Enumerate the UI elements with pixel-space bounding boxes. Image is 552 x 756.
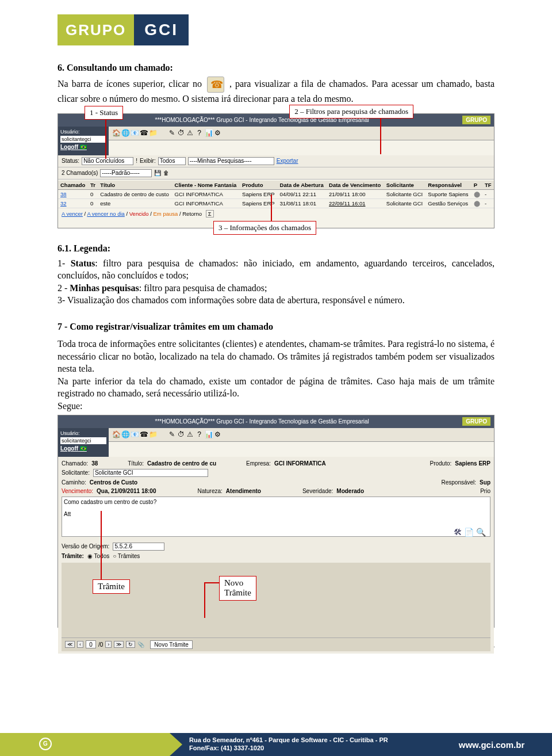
radio-tramites[interactable]: ○ Trâmites — [113, 553, 140, 559]
app-titlebar: ***HOMOLOGAÇÃO*** Grupo GCI - Integrando… — [58, 415, 494, 428]
search-icon[interactable]: 🔍 — [476, 528, 486, 537]
cell: 0 — [88, 189, 98, 198]
legenda-item3: 3- Visualização dos chamados com informa… — [57, 294, 494, 307]
page-footer: G Rua do Semeador, nº461 - Parque de Sof… — [0, 733, 552, 756]
warning-icon[interactable]: ⚠ — [186, 129, 194, 137]
solicitante-label: Solicitante: — [62, 469, 90, 476]
logoff-link[interactable]: Logoff 🇧🇷 — [60, 445, 106, 452]
cell: Solicitante GCI — [384, 198, 425, 208]
chart-icon[interactable]: 📊 — [205, 430, 212, 438]
avencer-link[interactable]: A vencer — [62, 211, 83, 217]
radio-todos[interactable]: ◉ Todos — [87, 553, 109, 559]
edit-icon[interactable]: ✎ — [168, 430, 175, 438]
home-icon[interactable]: 🏠 — [112, 129, 120, 137]
globe-icon[interactable]: 🌐 — [121, 129, 129, 137]
severidade-value: Moderado — [336, 488, 364, 494]
home-icon[interactable]: 🏠 — [112, 430, 120, 438]
warning-icon[interactable]: ⚠ — [186, 430, 194, 438]
gear-icon[interactable]: ⚙ — [214, 129, 221, 137]
app-title: ***HOMOLOGAÇÃO*** Grupo GCI - Integrando… — [62, 418, 462, 425]
help-icon[interactable]: ? — [195, 430, 203, 438]
page-input[interactable]: 0 — [86, 640, 96, 648]
next-page-button[interactable]: › — [105, 641, 112, 648]
vencido-text: Vencido — [129, 211, 149, 217]
col-chamado[interactable]: Chamado — [58, 181, 88, 190]
time-icon[interactable]: ⏱ — [177, 430, 185, 438]
table-row[interactable]: 32 0 este GCI INFORMATICA Sapiens ERP 31… — [58, 198, 494, 208]
responsavel-label: Responsável: — [442, 479, 477, 486]
avencerdia-link[interactable]: A vencer no dia — [87, 211, 125, 217]
delete-icon[interactable]: 🗑 — [163, 170, 169, 176]
last-page-button[interactable]: ≫ — [114, 641, 124, 648]
time-icon[interactable]: ⏱ — [177, 129, 185, 137]
folder-icon[interactable]: 📁 — [149, 129, 156, 137]
col-solicitante[interactable]: Solicitante — [384, 181, 425, 190]
padrao-select[interactable]: -----Padrão----- — [100, 169, 152, 177]
col-tf[interactable]: TF — [482, 181, 494, 190]
chamado-descricao[interactable]: Como cadastro um centro de custo? Att — [62, 497, 490, 537]
user-panel: Usuário: solicitantegci Logoff 🇧🇷 — [58, 127, 109, 155]
cell: 0 — [88, 198, 98, 208]
chamado-link[interactable]: 32 — [58, 198, 88, 208]
severidade-label: Severidade: — [302, 488, 333, 494]
help-icon[interactable]: ? — [195, 129, 203, 137]
empresa-label: Empresa: — [246, 460, 271, 467]
folder-icon[interactable]: 📁 — [149, 430, 156, 438]
first-page-button[interactable]: ≪ — [65, 641, 75, 648]
minhas-pesquisas-select[interactable]: ----Minhas Pesquisas---- — [188, 157, 274, 165]
col-cliente[interactable]: Cliente - Nome Fantasia — [172, 181, 240, 190]
cell: este — [98, 198, 172, 208]
mail-icon[interactable]: 📧 — [131, 129, 138, 137]
globe-icon[interactable]: 🌐 — [121, 430, 129, 438]
tool-icon[interactable]: 🛠 — [454, 528, 462, 537]
phone-icon[interactable]: ☎ — [140, 430, 147, 438]
table-row[interactable]: 38 0 Cadastro de centro de custo GCI INF… — [58, 189, 494, 198]
versao-select[interactable]: 5.5.2.6 — [113, 543, 164, 551]
pesquisas-bold: Minhas pesquisas — [70, 283, 139, 293]
col-abertura[interactable]: Data de Abertura — [278, 181, 327, 190]
callout-line-3 — [271, 194, 272, 222]
exibir-select[interactable]: Todos — [158, 157, 186, 165]
col-tr[interactable]: Tr — [88, 181, 98, 190]
col-p[interactable]: P — [471, 181, 482, 190]
user-label: Usuário: — [60, 430, 106, 436]
col-titulo[interactable]: Título — [98, 181, 172, 190]
mail-icon[interactable]: 📧 — [131, 430, 138, 438]
venc-value: Qua, 21/09/2011 18:00 — [97, 488, 156, 494]
col-venc[interactable]: Data de Vencimento — [327, 181, 384, 190]
chamado-form: Chamado: 38 Título: Cadastro de centro d… — [58, 457, 494, 654]
prev-page-button[interactable]: ‹ — [77, 641, 83, 648]
logoff-link[interactable]: Logoff 🇧🇷 — [60, 144, 106, 150]
edit-icon[interactable]: ✎ — [168, 129, 175, 137]
col-produto[interactable]: Produto — [240, 181, 278, 190]
cell: 21/09/11 18:00 — [327, 189, 384, 198]
refresh-button[interactable]: ↻ — [126, 641, 135, 648]
callout-novo-l1: Novo — [224, 578, 243, 587]
chamado-link[interactable]: 38 — [58, 189, 88, 198]
exportar-link[interactable]: Exportar — [277, 158, 298, 164]
app-titlebar: ***HOMOLOGAÇÃO*** Grupo GCI - Integrando… — [58, 114, 494, 127]
cell: 04/09/11 22:11 — [278, 189, 327, 198]
chamados-count: 2 Chamado(s) — [62, 170, 98, 176]
caminho-value: Centros de Custo — [90, 479, 137, 486]
screenshot-chamado-detail: Trâmite Novo Trâmite ***HOMOLOGAÇÃO*** G… — [57, 415, 494, 628]
doc-icon[interactable]: 📄 — [464, 528, 474, 537]
titulo-value: Cadastro de centro de cu — [147, 460, 216, 467]
save-icon[interactable]: 💾 — [154, 170, 161, 176]
logo-right: GCI — [134, 14, 189, 45]
sigma-button[interactable]: Σ — [206, 210, 214, 217]
callout-novo-l2: Trâmite — [224, 588, 251, 597]
footer-url: www.gci.com.br — [431, 733, 552, 756]
callout-novo-tramite: Novo Trâmite — [219, 576, 256, 601]
phone-icon[interactable]: ☎ — [140, 129, 147, 137]
attach-icon[interactable]: 📎 — [137, 642, 144, 648]
chart-icon[interactable]: 📊 — [205, 129, 212, 137]
gear-icon[interactable]: ⚙ — [214, 430, 221, 438]
solicitante-select[interactable]: Solicitante GCI — [93, 469, 208, 477]
status-select[interactable]: Não Concluídos — [82, 157, 133, 165]
chamado-value: 38 — [91, 460, 98, 467]
novo-tramite-button[interactable]: Novo Trâmite — [150, 640, 192, 649]
callout-line-tramite — [101, 511, 102, 580]
col-responsavel[interactable]: Responsável — [425, 181, 471, 190]
callout-line-1 — [105, 120, 106, 159]
